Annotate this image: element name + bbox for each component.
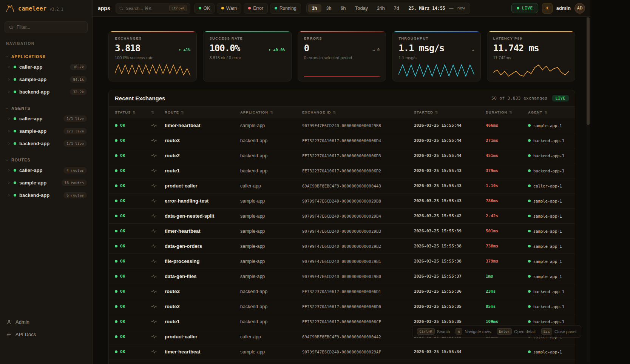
range-button-7d[interactable]: 7d <box>390 4 403 12</box>
exchange-id-cell: 69AC90BF8EBC4F9-0000000000000442 <box>302 335 414 339</box>
filter-chip-ok[interactable]: OK <box>194 3 215 14</box>
range-separator: — <box>449 6 454 11</box>
table-row[interactable]: OKroute1backend-appEE7322370A10617-00000… <box>109 163 575 178</box>
sparkline <box>115 63 190 78</box>
sidebar-item-sample-app[interactable]: sample-app16 routes <box>0 177 92 189</box>
stat-card-exchanges: EXCHANGES3.818↑ +1%100.0% success rate <box>108 31 197 81</box>
range-button-1h[interactable]: 1h <box>308 4 321 12</box>
status-cell: OK <box>115 244 151 249</box>
table-row[interactable]: OKroute3backend-appEE7322370A10617-00000… <box>109 133 575 148</box>
agent-cell: sample-app-1 <box>528 199 569 203</box>
duration-cell: 738ms <box>486 244 528 249</box>
column-header-agent[interactable]: AGENT⇅ <box>528 110 569 114</box>
live-badge: LIVE <box>552 95 569 101</box>
application-cell: sample-app <box>240 198 302 204</box>
application-cell: backend-app <box>240 153 302 158</box>
column-header-duration[interactable]: DURATION⇅ <box>486 110 528 114</box>
chevron-right-icon <box>7 129 11 133</box>
route-cell: route3 <box>165 138 240 143</box>
status-dot <box>115 350 117 353</box>
table-row[interactable]: OKerror-handling-testsample-app90799F47E… <box>109 194 575 209</box>
section-header-routes[interactable]: ROUTES <box>0 155 92 164</box>
scrollbar-thumb[interactable] <box>587 17 590 125</box>
sidebar-item-caller-app[interactable]: caller-app10.7k <box>0 61 92 73</box>
sidebar-filter-input[interactable] <box>17 25 83 30</box>
table-row[interactable]: OKroute3backend-appEE7322370A10617-00000… <box>109 284 575 299</box>
live-toggle-button[interactable]: LIVE <box>511 3 538 13</box>
status-dot <box>528 260 531 263</box>
section-header-applications[interactable]: APPLICATIONS <box>0 52 92 61</box>
activity-icon <box>151 319 157 324</box>
filter-chip-error[interactable]: Error <box>244 3 268 14</box>
avatar[interactable]: AD <box>574 3 585 14</box>
status-dot <box>528 275 531 278</box>
main-scrollbar <box>587 17 590 362</box>
range-button-3h[interactable]: 3h <box>322 4 336 12</box>
sidebar-item-caller-app[interactable]: caller-app4 routes <box>0 164 92 177</box>
column-header-application[interactable]: APPLICATION⇅ <box>240 110 302 114</box>
status-dot <box>528 305 531 308</box>
status-dot <box>528 139 531 142</box>
started-cell: 2026-03-25 15:55:44 <box>414 123 486 128</box>
card-accent-bar <box>392 31 480 32</box>
app-version: v3.2.1 <box>49 7 63 11</box>
status-cell: OK <box>115 349 151 354</box>
stat-title: SUCCESS RATE <box>209 36 285 40</box>
card-accent-bar <box>203 31 291 32</box>
status-cell: OK <box>115 229 151 233</box>
column-header-exchange-id[interactable]: EXCHANGE ID⇅ <box>302 110 414 114</box>
status-dot <box>528 169 531 172</box>
table-row[interactable]: OKproduct-callercaller-app69AC90BF8EBC4F… <box>109 178 575 194</box>
sidebar-item-backend-app[interactable]: backend-app1/1 live <box>0 137 92 150</box>
theme-toggle-button[interactable]: ☀ <box>542 3 553 14</box>
search-input[interactable] <box>126 6 167 11</box>
application-cell: sample-app <box>240 274 302 279</box>
status-cell: OK <box>115 289 151 294</box>
range-button-6h[interactable]: 6h <box>337 4 350 12</box>
range-datetime: 25. März 14:55 <box>404 6 448 11</box>
route-cell: route2 <box>165 153 240 158</box>
table-row[interactable]: OKroute2backend-appEE7322370A10617-00000… <box>109 299 575 314</box>
table-row[interactable]: OKerror-handling-testsample-app90799F47E… <box>109 359 575 364</box>
chevron-down-icon <box>5 107 9 110</box>
activity-icon <box>151 304 157 309</box>
table-row[interactable]: OKtimer-heartbeatsample-app90799F47E6CD2… <box>109 224 575 239</box>
user-icon <box>6 319 12 325</box>
table-row[interactable]: OKdata-gen-nested-splitsample-app90799F4… <box>109 209 575 224</box>
table-row[interactable]: OKfile-processingsample-app90799F47E6CD2… <box>109 254 575 269</box>
kbd-enter: Enter <box>497 328 512 335</box>
column-header-route[interactable]: ROUTE⇅ <box>165 110 240 114</box>
sidebar-item-backend-app[interactable]: backend-app6 routes <box>0 189 92 201</box>
sidebar-item-backend-app[interactable]: backend-app32.2k <box>0 86 92 98</box>
sidebar-item-caller-app[interactable]: caller-app1/1 live <box>0 112 92 125</box>
agent-cell: sample-app-1 <box>528 259 569 264</box>
stat-subtext: 0 errors in selected period <box>304 55 380 60</box>
footer-link-admin[interactable]: Admin <box>0 316 92 328</box>
sidebar-item-sample-app[interactable]: sample-app84.1k <box>0 73 92 86</box>
application-cell: sample-app <box>240 123 302 128</box>
column-header-icon[interactable]: ⇅ <box>151 110 165 114</box>
sidebar-item-sample-app[interactable]: sample-app1/1 live <box>0 125 92 137</box>
card-accent-bar <box>298 31 386 32</box>
activity-cell <box>151 138 165 143</box>
route-cell: route1 <box>165 168 240 174</box>
duration-cell: 1.10s <box>486 183 528 188</box>
activity-icon <box>151 350 157 354</box>
column-header-status[interactable]: STATUS⇅ <box>115 110 151 114</box>
footer-link-api-docs[interactable]: API Docs <box>0 328 92 341</box>
section-header-agents[interactable]: AGENTS <box>0 103 92 112</box>
range-button-today[interactable]: Today <box>351 4 372 12</box>
table-row[interactable]: OKtimer-heartbeatsample-app90799F47E6CD2… <box>109 118 575 133</box>
column-header-started[interactable]: STARTED⇅ <box>414 110 486 114</box>
filter-chip-running[interactable]: Running <box>270 3 301 14</box>
table-row[interactable]: OKdata-gen-orderssample-app90799F47E6CD2… <box>109 239 575 254</box>
status-dot <box>115 124 117 127</box>
table-row[interactable]: OKroute2backend-appEE7322370A10617-00000… <box>109 148 575 163</box>
filter-chip-warn[interactable]: Warn <box>217 3 241 14</box>
stats-row: EXCHANGES3.818↑ +1%100.0% success rateSU… <box>108 31 575 81</box>
sun-icon: ☀ <box>545 5 550 11</box>
table-row[interactable]: OKdata-gen-filessample-app90799F47E6CD24… <box>109 269 575 284</box>
table-row[interactable]: OKtimer-heartbeatsample-app90799F47E6CD2… <box>109 344 575 359</box>
application-cell: backend-app <box>240 319 302 324</box>
range-button-24h[interactable]: 24h <box>373 4 389 12</box>
